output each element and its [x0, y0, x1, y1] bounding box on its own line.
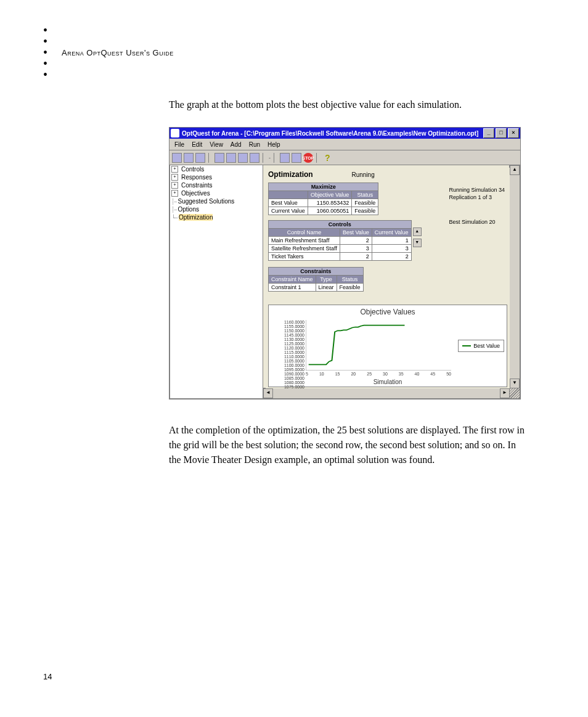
cell-current: 3 — [372, 245, 411, 253]
menu-add[interactable]: Add — [231, 141, 242, 148]
col-blank — [269, 191, 308, 199]
col-type: Type — [316, 276, 337, 284]
expand-icon[interactable]: + — [171, 166, 178, 173]
objective-table: Maximize Objective Value Status Best Val… — [268, 182, 378, 215]
table-row: Main Refreshment Staff 2 1 — [269, 237, 412, 245]
cell-name: Best Value — [269, 199, 308, 207]
cell-best: 3 — [340, 245, 372, 253]
cell-status: Feasible — [352, 207, 378, 215]
toolbar-button[interactable] — [195, 153, 205, 163]
menu-help[interactable]: Help — [267, 141, 280, 148]
status-info: Running Simulation 34 Replication 1 of 3… — [449, 186, 505, 226]
menu-run[interactable]: Run — [249, 141, 260, 148]
panel-status: Running — [351, 171, 374, 178]
legend-label: Best Value — [473, 343, 500, 349]
main-panel: ▲ ▼ ◄ ► Optimization Running Running Sim… — [263, 165, 520, 399]
tree-item-objectives[interactable]: Objectives — [181, 190, 210, 197]
toolbar-button[interactable] — [280, 153, 290, 163]
tree-item-optimization[interactable]: Optimization — [179, 214, 213, 221]
chart-plot — [306, 320, 451, 371]
table-row: Satellite Refreshment Staff 3 3 — [269, 245, 412, 253]
replication-label: Replication 1 of 3 — [449, 194, 505, 201]
best-sim-label: Best Simulation 20 — [449, 218, 505, 226]
menu-file[interactable]: File — [174, 141, 184, 148]
cell-value: 1060.005051 — [308, 207, 351, 215]
tree-item-suggested[interactable]: Suggested Solutions — [178, 198, 235, 205]
table-row: Constraint 1 Linear Feasible — [269, 284, 364, 292]
col-status: Status — [352, 191, 378, 199]
table-row: Ticket Takers 2 2 — [269, 253, 412, 261]
tree-item-constraints[interactable]: Constraints — [181, 182, 213, 189]
body-paragraph-2: At the completion of the optimization, t… — [169, 423, 526, 467]
scroll-down-icon[interactable]: ▼ — [510, 379, 520, 388]
table-caption: Controls — [269, 221, 412, 229]
window-title: OptQuest for Arena - [C:\Program Files\R… — [182, 130, 483, 137]
menu-edit[interactable]: Edit — [192, 141, 202, 148]
table-caption: Maximize — [269, 183, 378, 191]
toolbar: - STOP ? — [169, 150, 520, 166]
toolbar-separator — [208, 153, 211, 163]
title-bar[interactable]: OptQuest for Arena - [C:\Program Files\R… — [169, 128, 520, 139]
navigation-tree[interactable]: +Controls +Responses +Constraints +Objec… — [169, 165, 263, 399]
table-caption: Constraints — [269, 268, 364, 276]
stop-icon[interactable]: STOP — [303, 153, 313, 163]
cell-status: Feasible — [352, 199, 378, 207]
legend-swatch — [462, 345, 471, 346]
app-icon — [171, 129, 179, 137]
chart-legend: Best Value — [458, 340, 504, 352]
vertical-scrollbar[interactable]: ▲ ▼ — [509, 165, 520, 388]
expand-icon[interactable]: + — [171, 190, 178, 197]
resize-grip-icon[interactable] — [510, 388, 520, 398]
embedded-app-window: OptQuest for Arena - [C:\Program Files\R… — [169, 127, 521, 399]
col-current-value: Current Value — [372, 229, 411, 237]
toolbar-button[interactable] — [292, 153, 301, 163]
col-control-name: Control Name — [269, 229, 340, 237]
toolbar-separator — [263, 153, 266, 163]
chart-x-axis: 5101520253035404550 — [306, 372, 451, 378]
cell-best: 2 — [340, 237, 372, 245]
body-paragraph-1: The graph at the bottom plots the best o… — [169, 97, 526, 112]
chart-y-axis: 1160.00001155.00001150.00001145.00001130… — [271, 320, 304, 371]
expand-icon[interactable]: + — [171, 174, 178, 181]
toolbar-button[interactable] — [250, 153, 259, 163]
cell-current: 2 — [372, 253, 411, 261]
controls-table: Controls Control Name Best Value Current… — [268, 220, 412, 261]
chart-x-label: Simulation — [269, 379, 507, 385]
objective-chart: Objective Values 1160.00001155.00001150.… — [268, 305, 507, 387]
table-scrollbar[interactable]: ▲ ▼ — [413, 227, 420, 246]
table-row: Current Value 1060.005051 Feasible — [269, 207, 378, 215]
scroll-right-icon[interactable]: ► — [500, 388, 510, 398]
menu-view[interactable]: View — [210, 141, 223, 148]
col-status: Status — [337, 276, 363, 284]
minimize-button[interactable]: _ — [483, 128, 494, 138]
col-objective-value: Objective Value — [308, 191, 351, 199]
scroll-up-icon[interactable]: ▲ — [510, 165, 520, 175]
toolbar-button[interactable] — [214, 153, 224, 163]
toolbar-button[interactable] — [238, 153, 248, 163]
expand-icon[interactable]: + — [171, 182, 178, 189]
toolbar-button[interactable] — [226, 153, 236, 163]
scroll-up-icon[interactable]: ▲ — [413, 227, 422, 236]
tree-item-options[interactable]: Options — [178, 206, 199, 213]
page-number: 14 — [43, 672, 52, 681]
horizontal-scrollbar[interactable]: ◄ ► — [263, 388, 510, 398]
running-sim-label: Running Simulation 34 — [449, 186, 505, 194]
chart-title: Objective Values — [269, 308, 507, 316]
close-button[interactable]: × — [508, 128, 519, 138]
tree-item-controls[interactable]: Controls — [181, 166, 204, 173]
cell-status: Feasible — [337, 284, 363, 292]
scroll-down-icon[interactable]: ▼ — [413, 239, 422, 247]
menu-bar[interactable]: File Edit View Add Run Help — [169, 139, 520, 150]
scroll-left-icon[interactable]: ◄ — [263, 388, 273, 398]
constraints-table: Constraints Constraint Name Type Status … — [268, 267, 364, 292]
toolbar-button[interactable] — [184, 153, 194, 163]
col-best-value: Best Value — [340, 229, 372, 237]
toolbar-separator — [316, 153, 319, 163]
toolbar-button[interactable] — [172, 153, 182, 163]
maximize-button[interactable]: □ — [496, 128, 507, 138]
cell-name: Ticket Takers — [269, 253, 340, 261]
col-constraint-name: Constraint Name — [269, 276, 316, 284]
cell-name: Main Refreshment Staff — [269, 237, 340, 245]
tree-item-responses[interactable]: Responses — [181, 174, 212, 181]
help-icon[interactable]: ? — [322, 153, 333, 163]
